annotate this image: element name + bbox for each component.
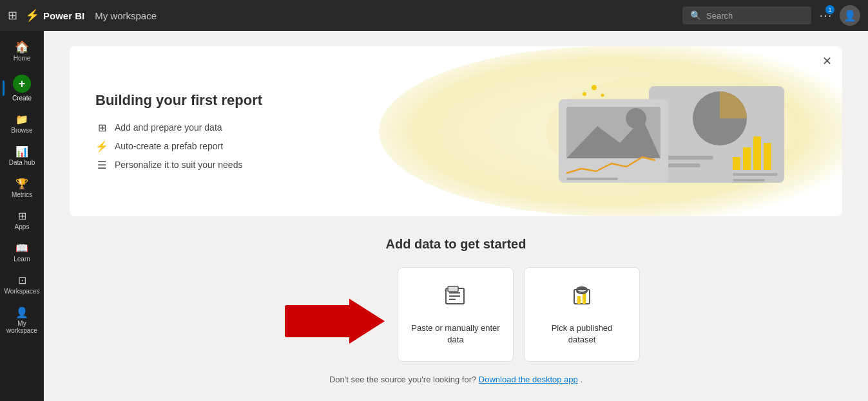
sidebar-item-learn[interactable]: 📖 Learn <box>3 238 41 268</box>
brand-name: Power BI <box>43 10 84 21</box>
data-cards-row: Paste or manually enter data <box>398 267 640 362</box>
datahub-icon: 📊 <box>15 147 28 157</box>
sidebar: 🏠 Home + Create 📁 Browse 📊 Data hub 🏆 Me… <box>0 31 44 401</box>
svg-rect-7 <box>753 136 761 170</box>
sidebar-item-label: Learn <box>14 256 30 263</box>
sidebar-item-workspaces[interactable]: ⊡ Workspaces <box>3 270 41 300</box>
sidebar-item-label: My workspace <box>5 320 39 334</box>
banner-list: ⊞ Add and prepare your data ⚡ Auto-creat… <box>95 122 262 171</box>
svg-rect-9 <box>733 173 778 176</box>
sidebar-item-label: Browse <box>11 127 32 134</box>
sidebar-item-metrics[interactable]: 🏆 Metrics <box>3 174 41 203</box>
banner-list-item: ☰ Personalize it to suit your needs <box>95 159 262 171</box>
download-desktop-link[interactable]: Download the desktop app <box>479 375 578 384</box>
add-data-section: Add data to get started <box>70 237 842 384</box>
sidebar-item-label: Workspaces <box>5 288 40 295</box>
svg-point-18 <box>601 94 604 97</box>
pick-dataset-label: Pick a published dataset <box>537 322 626 346</box>
topnav: ⊞ ⚡ Power BI My workspace 🔍 ⋯ 1 👤 <box>0 0 868 31</box>
arrow-body <box>285 305 349 337</box>
svg-rect-10 <box>733 179 765 182</box>
svg-point-14 <box>626 108 646 129</box>
svg-rect-15 <box>566 178 618 180</box>
banner-close-button[interactable]: ✕ <box>822 54 832 68</box>
lightning-icon: ⚡ <box>95 140 108 153</box>
banner-card: Building your first report ⊞ Add and pre… <box>70 46 842 216</box>
layout: 🏠 Home + Create 📁 Browse 📊 Data hub 🏆 Me… <box>0 31 868 401</box>
search-input[interactable] <box>706 11 804 21</box>
banner-title: Building your first report <box>95 92 262 109</box>
sidebar-item-myworkspace[interactable]: 👤 My workspace <box>3 303 41 339</box>
svg-rect-6 <box>743 147 751 170</box>
red-arrow <box>285 299 385 344</box>
banner-list-text: Add and prepare your data <box>115 122 222 133</box>
svg-point-16 <box>583 92 586 96</box>
create-circle-icon: + <box>13 75 31 93</box>
metrics-icon: 🏆 <box>15 179 28 189</box>
cards-with-arrow-container: Paste or manually enter data <box>70 267 842 375</box>
svg-point-17 <box>592 85 597 90</box>
sidebar-item-home[interactable]: 🏠 Home <box>3 36 41 67</box>
paste-data-icon <box>443 283 468 315</box>
svg-rect-3 <box>662 156 713 160</box>
bottom-text-prefix: Don't see the source you're looking for? <box>329 375 476 384</box>
notification-button[interactable]: ⋯ 1 <box>819 8 832 23</box>
myworkspace-icon: 👤 <box>15 308 28 318</box>
sidebar-item-datahub[interactable]: 📊 Data hub <box>3 142 41 171</box>
section-title: Add data to get started <box>70 237 842 252</box>
browse-icon: 📁 <box>15 115 28 125</box>
sidebar-item-label: Apps <box>15 223 30 230</box>
svg-rect-8 <box>764 143 771 170</box>
avatar[interactable]: 👤 <box>840 5 860 26</box>
workspace-label: My workspace <box>95 10 157 21</box>
powerbi-logo-icon: ⚡ <box>25 8 39 23</box>
table-icon: ⊞ <box>95 122 108 134</box>
avatar-icon: 👤 <box>844 10 856 22</box>
banner-content: Building your first report ⊞ Add and pre… <box>95 92 262 171</box>
bottom-text: Don't see the source you're looking for?… <box>70 375 842 384</box>
paste-data-label: Paste or manually enter data <box>411 322 500 346</box>
svg-rect-23 <box>448 286 458 292</box>
svg-rect-5 <box>733 157 740 170</box>
banner-list-text: Personalize it to suit your needs <box>115 160 242 170</box>
bottom-text-suffix: . <box>580 375 583 384</box>
personalize-icon: ☰ <box>95 159 108 171</box>
pick-dataset-icon <box>569 283 595 315</box>
svg-rect-26 <box>583 293 586 304</box>
workspaces-icon: ⊡ <box>18 275 26 286</box>
pick-dataset-card[interactable]: Pick a published dataset <box>524 267 640 362</box>
report-illustration <box>507 67 816 196</box>
apps-icon: ⊞ <box>18 211 26 221</box>
svg-rect-25 <box>577 296 581 304</box>
sidebar-item-browse[interactable]: 📁 Browse <box>3 109 41 139</box>
paste-data-card[interactable]: Paste or manually enter data <box>398 267 514 362</box>
search-box[interactable]: 🔍 <box>682 6 811 24</box>
red-arrow-area <box>272 299 398 344</box>
banner-list-item: ⊞ Add and prepare your data <box>95 122 262 134</box>
active-indicator <box>3 80 5 96</box>
banner-illustration <box>507 67 816 196</box>
home-icon: 🏠 <box>15 41 29 53</box>
search-icon: 🔍 <box>690 10 701 21</box>
learn-icon: 📖 <box>15 243 28 254</box>
sidebar-item-label: Metrics <box>12 191 32 198</box>
notification-badge: 1 <box>825 5 834 14</box>
sidebar-item-apps[interactable]: ⊞ Apps <box>3 206 41 236</box>
sidebar-item-label: Home <box>14 55 31 62</box>
main-content: Building your first report ⊞ Add and pre… <box>44 31 868 401</box>
brand: ⚡ Power BI <box>25 8 84 23</box>
banner-list-text: Auto-create a prefab report <box>115 141 223 151</box>
sidebar-item-create[interactable]: + Create <box>3 70 41 107</box>
arrow-head <box>349 299 385 344</box>
grid-icon[interactable]: ⊞ <box>8 8 17 23</box>
sidebar-item-label: Data hub <box>9 159 35 166</box>
banner-list-item: ⚡ Auto-create a prefab report <box>95 140 262 153</box>
sidebar-item-label: Create <box>12 95 32 102</box>
